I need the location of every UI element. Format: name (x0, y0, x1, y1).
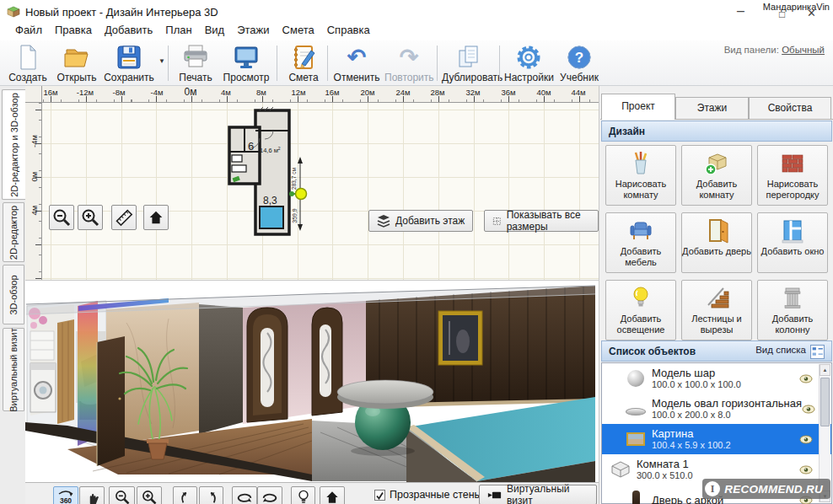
zoom-out-button-2d[interactable] (49, 205, 74, 230)
floor-plan-drawing[interactable]: 6 14,6 м2 8,3 283,7 см 359,9 (211, 105, 320, 248)
add-furniture-button[interactable]: Добавить мебель (605, 212, 676, 273)
close-button[interactable]: ✕ (807, 7, 816, 19)
door-thumbnail (624, 491, 648, 504)
undo-button[interactable]: ↶ Отменить (332, 43, 381, 83)
visibility-eye-icon[interactable] (799, 374, 813, 383)
estimate-button[interactable]: Смета (283, 43, 324, 83)
list-view-icon[interactable] (810, 345, 825, 359)
scroll-up-button[interactable]: ▲ (820, 364, 830, 376)
tilt-down-button[interactable] (199, 486, 223, 504)
zoom-in-button-3d[interactable] (137, 486, 162, 504)
svg-text:?: ? (575, 50, 583, 66)
open-door-left (97, 336, 125, 466)
tilt-up-button[interactable] (173, 486, 197, 504)
view-list-label: Вид списка (755, 345, 806, 355)
measure-tool-button[interactable] (111, 205, 137, 230)
area-label: 14,6 м2 (260, 146, 281, 154)
minimize-button[interactable]: – (737, 3, 744, 19)
add-window-button[interactable]: Добавить окно (757, 212, 828, 273)
virtual-visit-button[interactable]: Виртуальный визит (479, 485, 597, 504)
menu-edit[interactable]: Правка (55, 24, 92, 40)
orbit-right-button[interactable] (257, 486, 282, 504)
tab-properties[interactable]: Свойства (749, 97, 831, 120)
lighting-button[interactable] (291, 486, 315, 504)
visibility-eye-icon[interactable] (799, 435, 813, 444)
scroll-thumb[interactable] (820, 378, 830, 426)
vertical-ruler: -4м 0м 4м (25, 103, 42, 280)
oval-table-model[interactable] (337, 380, 433, 409)
tab-project[interactable]: Проект (601, 94, 675, 120)
add-lighting-button[interactable]: Добавить освещение (605, 280, 676, 340)
open-button[interactable]: Открыть (54, 43, 99, 83)
home-icon (324, 489, 341, 504)
tab-2d-editor[interactable]: 2D-редактор (3, 202, 24, 262)
room-thumbnail (609, 461, 632, 478)
help-icon: ? (556, 43, 602, 72)
bathroom-area[interactable] (260, 206, 283, 228)
tab-2d-and-3d[interactable]: 2D-редактор и 3D-обзор (2, 89, 25, 200)
3d-scene (25, 281, 599, 483)
menu-add[interactable]: Добавить (105, 24, 153, 40)
tab-floors[interactable]: Этажи (675, 97, 749, 120)
redo-button[interactable]: ↷ Повторить (384, 43, 433, 83)
title-bar: Новый проект - Дизайн Интерьера 3D – Ман… (0, 0, 833, 24)
arch-door-1 (247, 308, 288, 422)
design-header: Дизайн (601, 121, 832, 142)
visibility-eye-icon[interactable] (802, 405, 815, 414)
draw-partition-button[interactable]: Нарисовать перегородку (757, 145, 828, 206)
plan-canvas-2d[interactable]: 6 14,6 м2 8,3 283,7 см 359,9 (42, 103, 599, 281)
list-item-oval[interactable]: Модель овал горизонтальная 100.0 x 200.0… (602, 394, 831, 424)
add-door-button[interactable]: Добавить дверь (681, 212, 752, 273)
add-floor-button[interactable]: Добавить этаж (368, 210, 473, 232)
tab-3d-view[interactable]: 3D-обзор (3, 265, 24, 324)
menu-floors[interactable]: Этажи (237, 24, 269, 40)
zoom-out-icon (114, 489, 131, 504)
transparent-walls-checkbox[interactable] (374, 490, 385, 501)
viewport-3d[interactable] (25, 280, 599, 482)
rotate-360-button[interactable]: 360 (53, 486, 78, 504)
panel-view-value-link[interactable]: Обычный (782, 45, 825, 55)
add-column-button[interactable]: Добавить колонну (757, 280, 828, 340)
menu-file[interactable]: Файл (15, 24, 42, 40)
save-button[interactable]: Сохранить (101, 43, 157, 83)
pencils-cup-icon (626, 150, 656, 177)
list-item-sphere[interactable]: Модель шар 100.0 x 100.0 x 100.0 (602, 363, 831, 394)
pan-hand-button[interactable] (79, 486, 105, 504)
zoom-out-button-3d[interactable] (109, 486, 135, 504)
settings-button[interactable]: Настройки (504, 43, 553, 83)
stairs-cutouts-button[interactable]: Лестницы и вырезы (681, 280, 752, 340)
list-item-picture-selected[interactable]: Картина 100.4 x 5.9 x 100.2 (602, 424, 831, 454)
zoom-in-button-2d[interactable] (78, 205, 103, 230)
sphere-thumbnail (624, 370, 648, 387)
home-view-button-2d[interactable] (143, 205, 169, 230)
toolbar-separator (437, 46, 438, 81)
menu-estimate[interactable]: Смета (282, 24, 314, 40)
tutorial-button[interactable]: ? Учебник (556, 43, 602, 83)
preview-button[interactable]: Просмотр (221, 43, 271, 83)
menu-view[interactable]: Вид (205, 24, 225, 40)
rainbow-wall (78, 301, 98, 446)
show-all-sizes-button[interactable]: Показывать все размеры (484, 210, 599, 232)
picture-on-wall[interactable] (438, 311, 482, 365)
tab-virtual-visit[interactable]: Виртуальный визит (3, 328, 24, 411)
home-icon (147, 208, 165, 227)
app-window: Новый проект - Дизайн Интерьера 3D – Ман… (0, 0, 833, 504)
draw-room-button[interactable]: Нарисовать комнату (605, 145, 676, 206)
duplicate-button[interactable]: Дублировать (442, 43, 496, 83)
new-button[interactable]: Создать (7, 43, 49, 83)
brick-wall-icon (777, 150, 808, 177)
menu-plan[interactable]: План (165, 24, 191, 40)
visibility-eye-icon[interactable] (799, 465, 813, 475)
maximize-button[interactable]: □ (779, 8, 785, 20)
add-room-button[interactable]: Добавить комнату (681, 145, 752, 206)
save-dropdown-arrow[interactable]: ▼ (159, 57, 165, 65)
armchair-icon (626, 217, 656, 244)
home-view-button-3d[interactable] (320, 486, 345, 504)
save-floppy-icon (101, 43, 157, 72)
transparent-walls-label[interactable]: Прозрачные стены (390, 489, 482, 501)
menu-help[interactable]: Справка (327, 24, 370, 40)
print-button[interactable]: Печать (174, 43, 218, 83)
orbit-left-button[interactable] (232, 486, 257, 504)
menu-bar: Файл Правка Добавить План Вид Этажи Смет… (0, 24, 833, 40)
duplicate-icon (442, 43, 496, 72)
